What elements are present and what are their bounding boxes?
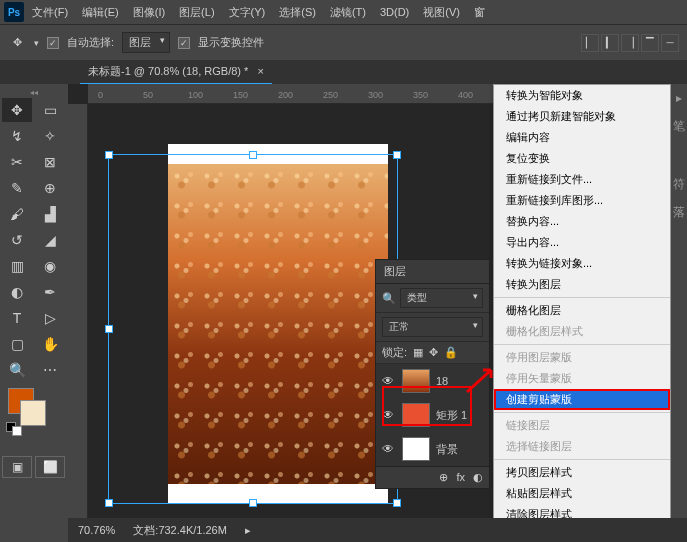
context-menu-item[interactable]: 转换为图层 bbox=[494, 274, 670, 295]
context-menu-item[interactable]: 创建剪贴蒙版 bbox=[494, 389, 670, 410]
heal-tool[interactable]: ⊕ bbox=[35, 176, 65, 200]
tab-close-icon[interactable]: × bbox=[257, 65, 263, 77]
context-menu: 转换为智能对象通过拷贝新建智能对象编辑内容复位变换重新链接到文件...重新链接到… bbox=[493, 84, 671, 542]
context-menu-item[interactable]: 通过拷贝新建智能对象 bbox=[494, 106, 670, 127]
context-menu-item[interactable]: 编辑内容 bbox=[494, 127, 670, 148]
align-center-button[interactable]: ▎ bbox=[601, 34, 619, 52]
document-canvas[interactable] bbox=[168, 144, 388, 504]
visibility-icon[interactable]: 👁 bbox=[382, 374, 396, 388]
background-swatch[interactable] bbox=[20, 400, 46, 426]
layer-name[interactable]: 矩形 1 bbox=[436, 408, 467, 423]
ruler-tick: 100 bbox=[188, 90, 203, 100]
menu-3d[interactable]: 3D(D) bbox=[374, 6, 415, 18]
type-tool[interactable]: T bbox=[2, 306, 32, 330]
dodge-tool[interactable]: ◐ bbox=[2, 280, 32, 304]
eraser-tool[interactable]: ◢ bbox=[35, 228, 65, 252]
search-icon[interactable]: 🔍 bbox=[382, 292, 396, 305]
menu-text[interactable]: 文字(Y) bbox=[223, 5, 272, 20]
align-top-button[interactable]: ▔ bbox=[641, 34, 659, 52]
fx-icon[interactable]: fx bbox=[456, 471, 465, 484]
shape-tool[interactable]: ▢ bbox=[2, 332, 32, 356]
menu-filter[interactable]: 滤镜(T) bbox=[324, 5, 372, 20]
auto-select-target-dropdown[interactable]: 图层 bbox=[122, 32, 170, 53]
zoom-tool[interactable]: 🔍 bbox=[2, 358, 32, 382]
lock-all-icon[interactable]: 🔒 bbox=[444, 346, 458, 359]
eyedropper-tool[interactable]: ✎ bbox=[2, 176, 32, 200]
lock-position-icon[interactable]: ✥ bbox=[429, 346, 438, 359]
quickmask-button[interactable]: ▣ bbox=[2, 456, 32, 478]
menu-select[interactable]: 选择(S) bbox=[273, 5, 322, 20]
transform-handle[interactable] bbox=[105, 499, 113, 507]
mask-icon[interactable]: ◐ bbox=[473, 471, 483, 484]
layers-panel-tab[interactable]: 图层 bbox=[376, 260, 489, 284]
lasso-tool[interactable]: ↯ bbox=[2, 124, 32, 148]
show-transform-checkbox[interactable]: ✓ bbox=[178, 37, 190, 49]
char-panel-icon[interactable]: 符 bbox=[671, 170, 687, 198]
history-brush-tool[interactable]: ↺ bbox=[2, 228, 32, 252]
lock-pixels-icon[interactable]: ▦ bbox=[413, 346, 423, 359]
context-menu-item[interactable]: 粘贴图层样式 bbox=[494, 483, 670, 504]
transform-handle[interactable] bbox=[105, 151, 113, 159]
transform-handle[interactable] bbox=[393, 499, 401, 507]
layer-name[interactable]: 18 bbox=[436, 375, 448, 387]
pen-tool[interactable]: ✒ bbox=[35, 280, 65, 304]
layer-row[interactable]: 👁 矩形 1 bbox=[376, 398, 489, 432]
screenmode-button[interactable]: ⬜ bbox=[35, 456, 65, 478]
align-right-button[interactable]: ▕ bbox=[621, 34, 639, 52]
blend-mode-dropdown[interactable]: 正常 bbox=[382, 317, 483, 337]
context-menu-item[interactable]: 重新链接到文件... bbox=[494, 169, 670, 190]
visibility-icon[interactable]: 👁 bbox=[382, 442, 396, 456]
context-menu-item[interactable]: 转换为链接对象... bbox=[494, 253, 670, 274]
hand-tool[interactable]: ✋ bbox=[35, 332, 65, 356]
toolbox: ◂◂ ✥ ▭ ↯ ✧ ✂ ⊠ ✎ ⊕ 🖌 ▟ ↺ ◢ ▥ ◉ ◐ ✒ T ▷ ▢… bbox=[0, 84, 68, 542]
context-menu-item[interactable]: 转换为智能对象 bbox=[494, 85, 670, 106]
toolbox-handle[interactable]: ◂◂ bbox=[2, 88, 66, 96]
align-vcenter-button[interactable]: ─ bbox=[661, 34, 679, 52]
context-menu-item[interactable]: 栅格化图层 bbox=[494, 300, 670, 321]
menu-window[interactable]: 窗 bbox=[468, 5, 491, 20]
context-menu-item[interactable]: 替换内容... bbox=[494, 211, 670, 232]
layer-filter-dropdown[interactable]: 类型 bbox=[400, 288, 483, 308]
panel-icon[interactable]: ▸ bbox=[671, 84, 687, 112]
link-layers-icon[interactable]: ⊕ bbox=[439, 471, 448, 484]
layer-name[interactable]: 背景 bbox=[436, 442, 458, 457]
frame-tool[interactable]: ⊠ bbox=[35, 150, 65, 174]
transform-handle[interactable] bbox=[393, 151, 401, 159]
para-panel-icon[interactable]: 落 bbox=[671, 198, 687, 226]
brush-tool[interactable]: 🖌 bbox=[2, 202, 32, 226]
context-menu-item[interactable]: 复位变换 bbox=[494, 148, 670, 169]
menu-layer[interactable]: 图层(L) bbox=[173, 5, 220, 20]
context-menu-item: 链接图层 bbox=[494, 415, 670, 436]
marquee-tool[interactable]: ▭ bbox=[35, 98, 65, 122]
transform-handle[interactable] bbox=[105, 325, 113, 333]
layer-thumbnail[interactable] bbox=[402, 437, 430, 461]
more-tools[interactable]: ⋯ bbox=[35, 358, 65, 382]
layer-row[interactable]: 👁 背景 bbox=[376, 432, 489, 466]
context-menu-item: 停用图层蒙版 bbox=[494, 347, 670, 368]
stamp-tool[interactable]: ▟ bbox=[35, 202, 65, 226]
zoom-level[interactable]: 70.76% bbox=[78, 524, 115, 536]
ruler-vertical[interactable] bbox=[68, 104, 88, 518]
move-tool[interactable]: ✥ bbox=[2, 98, 32, 122]
wand-tool[interactable]: ✧ bbox=[35, 124, 65, 148]
dropdown-icon: ▾ bbox=[34, 38, 39, 48]
blur-tool[interactable]: ◉ bbox=[35, 254, 65, 278]
menu-file[interactable]: 文件(F) bbox=[26, 5, 74, 20]
context-menu-item[interactable]: 拷贝图层样式 bbox=[494, 462, 670, 483]
auto-select-checkbox[interactable]: ✓ bbox=[47, 37, 59, 49]
layer-thumbnail[interactable] bbox=[402, 403, 430, 427]
path-tool[interactable]: ▷ bbox=[35, 306, 65, 330]
menu-edit[interactable]: 编辑(E) bbox=[76, 5, 125, 20]
context-menu-item[interactable]: 导出内容... bbox=[494, 232, 670, 253]
menu-image[interactable]: 图像(I) bbox=[127, 5, 171, 20]
visibility-icon[interactable]: 👁 bbox=[382, 408, 396, 422]
align-left-button[interactable]: ▏ bbox=[581, 34, 599, 52]
document-tab[interactable]: 未标题-1 @ 70.8% (18, RGB/8) * × bbox=[80, 60, 272, 84]
status-chevron-icon[interactable]: ▸ bbox=[245, 524, 251, 537]
brush-panel-icon[interactable]: 笔 bbox=[671, 112, 687, 140]
context-menu-item[interactable]: 重新链接到库图形... bbox=[494, 190, 670, 211]
gradient-tool[interactable]: ▥ bbox=[2, 254, 32, 278]
crop-tool[interactable]: ✂ bbox=[2, 150, 32, 174]
menu-view[interactable]: 视图(V) bbox=[417, 5, 466, 20]
layer-thumbnail[interactable] bbox=[402, 369, 430, 393]
